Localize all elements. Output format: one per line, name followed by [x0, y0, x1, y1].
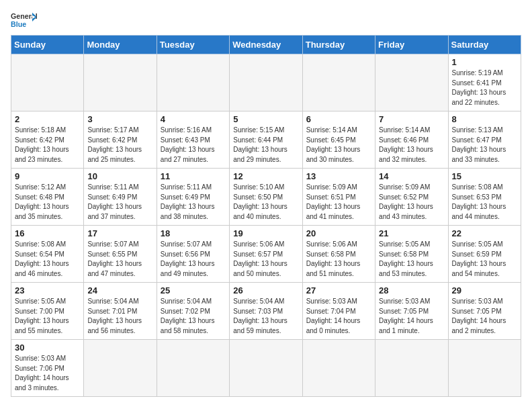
day-number: 26 — [233, 285, 298, 295]
calendar-cell: 16Sunrise: 5:08 AM Sunset: 6:54 PM Dayli… — [11, 226, 84, 283]
calendar-cell: 15Sunrise: 5:08 AM Sunset: 6:53 PM Dayli… — [448, 169, 521, 226]
calendar-cell: 2Sunrise: 5:18 AM Sunset: 6:42 PM Daylig… — [11, 111, 84, 169]
day-number: 13 — [306, 171, 371, 181]
day-number: 1 — [452, 57, 517, 67]
day-number: 28 — [379, 285, 444, 295]
week-row-3: 9Sunrise: 5:12 AM Sunset: 6:48 PM Daylig… — [11, 169, 521, 226]
day-info: Sunrise: 5:10 AM Sunset: 6:50 PM Dayligh… — [233, 183, 298, 222]
day-info: Sunrise: 5:14 AM Sunset: 6:45 PM Dayligh… — [306, 126, 371, 165]
calendar-cell: 22Sunrise: 5:05 AM Sunset: 6:59 PM Dayli… — [448, 226, 521, 283]
day-number: 20 — [306, 228, 371, 238]
day-number: 14 — [379, 171, 444, 181]
day-number: 24 — [87, 285, 152, 295]
day-number: 12 — [233, 171, 298, 181]
calendar-cell: 12Sunrise: 5:10 AM Sunset: 6:50 PM Dayli… — [230, 169, 302, 226]
header: General Blue — [11, 11, 521, 31]
day-info: Sunrise: 5:04 AM Sunset: 7:03 PM Dayligh… — [233, 297, 298, 336]
calendar-cell — [375, 54, 448, 111]
calendar-cell — [84, 54, 157, 111]
calendar-cell: 3Sunrise: 5:17 AM Sunset: 6:42 PM Daylig… — [84, 111, 157, 169]
calendar-cell: 27Sunrise: 5:03 AM Sunset: 7:04 PM Dayli… — [302, 283, 375, 340]
week-row-1: 1Sunrise: 5:19 AM Sunset: 6:41 PM Daylig… — [11, 54, 521, 111]
day-number: 16 — [15, 228, 80, 238]
svg-text:Blue: Blue — [11, 20, 26, 28]
calendar-cell — [302, 54, 375, 111]
calendar-cell: 1Sunrise: 5:19 AM Sunset: 6:41 PM Daylig… — [448, 54, 521, 111]
day-number: 21 — [379, 228, 444, 238]
day-info: Sunrise: 5:05 AM Sunset: 6:59 PM Dayligh… — [452, 240, 517, 279]
week-row-4: 16Sunrise: 5:08 AM Sunset: 6:54 PM Dayli… — [11, 226, 521, 283]
calendar-cell — [230, 340, 302, 397]
day-info: Sunrise: 5:15 AM Sunset: 6:44 PM Dayligh… — [233, 126, 298, 165]
calendar-cell: 19Sunrise: 5:06 AM Sunset: 6:57 PM Dayli… — [230, 226, 302, 283]
day-number: 25 — [161, 285, 226, 295]
calendar-cell: 30Sunrise: 5:03 AM Sunset: 7:06 PM Dayli… — [11, 340, 84, 397]
day-info: Sunrise: 5:14 AM Sunset: 6:46 PM Dayligh… — [379, 126, 444, 165]
day-number: 5 — [233, 114, 298, 124]
weekday-header-tuesday: Tuesday — [157, 36, 229, 54]
calendar-cell: 17Sunrise: 5:07 AM Sunset: 6:55 PM Dayli… — [84, 226, 157, 283]
week-row-2: 2Sunrise: 5:18 AM Sunset: 6:42 PM Daylig… — [11, 111, 521, 169]
day-number: 4 — [161, 114, 226, 124]
day-info: Sunrise: 5:04 AM Sunset: 7:02 PM Dayligh… — [161, 297, 226, 336]
calendar-cell: 14Sunrise: 5:09 AM Sunset: 6:52 PM Dayli… — [375, 169, 448, 226]
weekday-header-sunday: Sunday — [11, 36, 84, 54]
day-number: 27 — [306, 285, 371, 295]
generalblue-logo-icon: General Blue — [11, 11, 38, 30]
day-number: 23 — [15, 285, 80, 295]
calendar-cell: 18Sunrise: 5:07 AM Sunset: 6:56 PM Dayli… — [157, 226, 229, 283]
day-number: 3 — [87, 114, 152, 124]
day-info: Sunrise: 5:09 AM Sunset: 6:52 PM Dayligh… — [379, 183, 444, 222]
day-info: Sunrise: 5:06 AM Sunset: 6:58 PM Dayligh… — [306, 240, 371, 279]
day-info: Sunrise: 5:07 AM Sunset: 6:56 PM Dayligh… — [161, 240, 226, 279]
day-info: Sunrise: 5:12 AM Sunset: 6:48 PM Dayligh… — [15, 183, 80, 222]
day-info: Sunrise: 5:03 AM Sunset: 7:04 PM Dayligh… — [306, 297, 371, 336]
calendar-cell: 13Sunrise: 5:09 AM Sunset: 6:51 PM Dayli… — [302, 169, 375, 226]
calendar-cell: 25Sunrise: 5:04 AM Sunset: 7:02 PM Dayli… — [157, 283, 229, 340]
day-number: 18 — [161, 228, 226, 238]
weekday-header-wednesday: Wednesday — [230, 36, 302, 54]
day-number: 17 — [87, 228, 152, 238]
calendar-cell — [157, 54, 229, 111]
calendar-cell: 9Sunrise: 5:12 AM Sunset: 6:48 PM Daylig… — [11, 169, 84, 226]
calendar-cell: 28Sunrise: 5:03 AM Sunset: 7:05 PM Dayli… — [375, 283, 448, 340]
day-info: Sunrise: 5:08 AM Sunset: 6:53 PM Dayligh… — [452, 183, 517, 222]
calendar-cell: 26Sunrise: 5:04 AM Sunset: 7:03 PM Dayli… — [230, 283, 302, 340]
calendar-cell — [448, 340, 521, 397]
calendar-cell: 11Sunrise: 5:11 AM Sunset: 6:49 PM Dayli… — [157, 169, 229, 226]
day-number: 2 — [15, 114, 80, 124]
day-number: 29 — [452, 285, 517, 295]
day-number: 8 — [452, 114, 517, 124]
weekday-header-monday: Monday — [84, 36, 157, 54]
day-info: Sunrise: 5:03 AM Sunset: 7:05 PM Dayligh… — [379, 297, 444, 336]
calendar-cell: 20Sunrise: 5:06 AM Sunset: 6:58 PM Dayli… — [302, 226, 375, 283]
day-info: Sunrise: 5:04 AM Sunset: 7:01 PM Dayligh… — [87, 297, 152, 336]
weekday-header-thursday: Thursday — [302, 36, 375, 54]
calendar-cell: 23Sunrise: 5:05 AM Sunset: 7:00 PM Dayli… — [11, 283, 84, 340]
calendar-cell: 5Sunrise: 5:15 AM Sunset: 6:44 PM Daylig… — [230, 111, 302, 169]
calendar-cell — [157, 340, 229, 397]
weekday-header-saturday: Saturday — [448, 36, 521, 54]
calendar-cell: 6Sunrise: 5:14 AM Sunset: 6:45 PM Daylig… — [302, 111, 375, 169]
day-number: 6 — [306, 114, 371, 124]
day-number: 30 — [15, 342, 80, 353]
calendar-cell — [375, 340, 448, 397]
calendar-cell — [302, 340, 375, 397]
day-number: 11 — [161, 171, 226, 181]
calendar-cell: 21Sunrise: 5:05 AM Sunset: 6:58 PM Dayli… — [375, 226, 448, 283]
day-info: Sunrise: 5:19 AM Sunset: 6:41 PM Dayligh… — [452, 68, 517, 107]
calendar-cell — [84, 340, 157, 397]
day-number: 7 — [379, 114, 444, 124]
day-info: Sunrise: 5:05 AM Sunset: 7:00 PM Dayligh… — [15, 297, 80, 336]
calendar-cell: 10Sunrise: 5:11 AM Sunset: 6:49 PM Dayli… — [84, 169, 157, 226]
day-number: 9 — [15, 171, 80, 181]
logo-area: General Blue — [11, 11, 38, 31]
calendar-cell: 29Sunrise: 5:03 AM Sunset: 7:05 PM Dayli… — [448, 283, 521, 340]
weekday-header-friday: Friday — [375, 36, 448, 54]
day-info: Sunrise: 5:13 AM Sunset: 6:47 PM Dayligh… — [452, 126, 517, 165]
calendar-table: SundayMondayTuesdayWednesdayThursdayFrid… — [11, 35, 521, 397]
week-row-6: 30Sunrise: 5:03 AM Sunset: 7:06 PM Dayli… — [11, 340, 521, 397]
day-info: Sunrise: 5:05 AM Sunset: 6:58 PM Dayligh… — [379, 240, 444, 279]
day-info: Sunrise: 5:11 AM Sunset: 6:49 PM Dayligh… — [161, 183, 226, 222]
day-number: 22 — [452, 228, 517, 238]
